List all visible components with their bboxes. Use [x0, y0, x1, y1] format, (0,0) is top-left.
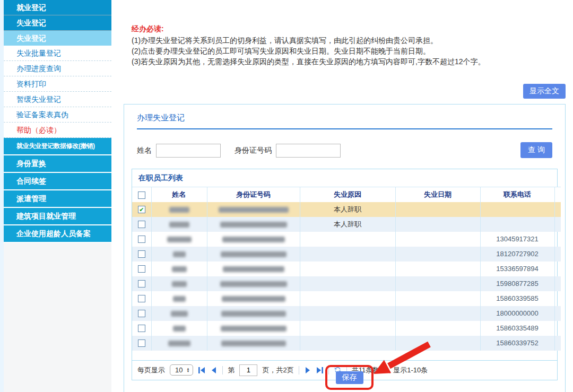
unemployment-date-cell — [395, 291, 480, 306]
unemployment-registration-panel: 办理失业登记 姓名 身份证号码 查 询 在职员工列表 姓名 身份证号码 失业原因… — [124, 104, 566, 392]
row-checkbox[interactable] — [138, 221, 145, 228]
first-page-icon[interactable] — [198, 367, 205, 374]
table-row[interactable]: 15860339585 — [132, 291, 561, 306]
table-row[interactable]: 15980877285 — [132, 276, 561, 291]
masked-name — [169, 207, 189, 213]
masked-id-number — [221, 326, 286, 332]
row-checkbox[interactable] — [138, 325, 145, 332]
notice: 经办必读: (1)办理失业登记将关系到员工的切身利益，请认真据实填写，由此引起的… — [132, 24, 556, 67]
row-checkbox[interactable] — [138, 236, 145, 243]
employee-name-cell — [151, 276, 207, 291]
app-root: 就业登记失业登记失业登记失业批量登记办理进度查询资料打印暂缓失业登记验证备案表真… — [0, 0, 573, 392]
unemployment-date-cell — [395, 202, 480, 217]
notice-line: (1)办理失业登记将关系到员工的切身利益，请认真据实填写，由此引起的纠纷由贵公司… — [132, 35, 556, 46]
sidebar: 就业登记失业登记失业登记失业批量登记办理进度查询资料打印暂缓失业登记验证备案表真… — [0, 0, 111, 392]
row-checkbox[interactable] — [138, 339, 145, 347]
sidebar-item[interactable]: 建筑项目就业管理 — [4, 208, 111, 225]
unemployment-date-cell — [395, 247, 480, 262]
phone-cell: 15860339585 — [480, 291, 554, 306]
row-checkbox[interactable] — [138, 250, 145, 258]
sidebar-item[interactable]: 就业失业登记数据修改(撤销) — [4, 138, 111, 155]
next-page-icon[interactable] — [304, 367, 311, 374]
prev-page-icon[interactable] — [210, 367, 218, 374]
sidebar-item[interactable]: 办理进度查询 — [4, 61, 111, 76]
table-row[interactable]: 15860335489 — [132, 321, 561, 336]
unemployment-date-cell — [395, 276, 480, 291]
sidebar-item[interactable]: 暂缓失业登记 — [4, 92, 111, 107]
row-checkbox[interactable] — [138, 280, 145, 288]
employee-id-cell — [207, 276, 300, 291]
table-row[interactable]: 15336597894 — [132, 262, 561, 276]
phone-cell: 15336597894 — [480, 262, 554, 276]
employee-id-cell — [207, 321, 300, 336]
sidebar-item[interactable]: 验证备案表真伪 — [4, 107, 111, 123]
unemployment-reason-cell — [300, 276, 395, 291]
unemployment-reason-cell — [300, 247, 395, 262]
unemployment-reason-cell — [300, 321, 395, 336]
sidebar-item[interactable]: 失业批量登记 — [4, 46, 111, 61]
masked-name — [173, 251, 186, 257]
employee-id-cell — [207, 262, 300, 276]
unemployment-date-cell — [395, 321, 480, 336]
phone-cell — [480, 217, 554, 232]
employee-name-cell — [151, 262, 207, 276]
col-header-phone: 联系电话 — [480, 187, 554, 202]
sidebar-item[interactable]: 资料打印 — [4, 76, 111, 92]
id-number-input[interactable] — [276, 144, 341, 158]
unemployment-date-cell — [395, 217, 480, 232]
unemployment-reason-cell — [300, 262, 395, 276]
name-input[interactable] — [156, 144, 221, 158]
table-row[interactable]: 18120727902 — [132, 247, 561, 262]
sidebar-item[interactable]: 就业登记 — [4, 0, 111, 15]
save-button[interactable]: 保存 — [336, 371, 363, 384]
row-checkbox[interactable] — [138, 295, 145, 302]
masked-id-number — [223, 266, 284, 272]
sidebar-item[interactable]: 企业使用超龄人员备案 — [4, 225, 111, 243]
sidebar-item[interactable]: 身份置换 — [4, 155, 111, 173]
title-underline — [137, 128, 552, 129]
table-header-row: 姓名 身份证号码 失业原因 失业日期 联系电话 — [132, 187, 561, 202]
masked-name — [167, 237, 192, 242]
query-button[interactable]: 查 询 — [520, 142, 552, 158]
row-checkbox[interactable] — [138, 265, 145, 273]
employee-id-cell — [207, 336, 300, 351]
sidebar-item[interactable]: 派遣管理 — [4, 190, 111, 208]
col-header-name: 姓名 — [151, 187, 207, 202]
employee-id-cell — [207, 291, 300, 306]
masked-id-number — [221, 311, 286, 317]
row-checkbox[interactable] — [138, 310, 145, 317]
sidebar-item[interactable]: 合同续签 — [4, 173, 111, 190]
unemployment-date-cell — [395, 306, 480, 321]
masked-id-number — [220, 281, 287, 287]
sidebar-item[interactable]: 帮助（必读） — [4, 123, 111, 138]
masked-id-number — [222, 237, 285, 242]
save-annotation-box: 保存 — [325, 365, 374, 390]
employee-name-cell — [151, 247, 207, 262]
table-row[interactable]: 18000000000 — [132, 306, 561, 321]
sidebar-item[interactable]: 失业登记 — [4, 31, 111, 46]
table-row[interactable]: 本人辞职 — [132, 217, 561, 232]
show-full-text-button[interactable]: 显示全文 — [523, 84, 566, 99]
unemployment-date-cell — [395, 232, 480, 247]
phone-cell — [480, 202, 554, 217]
divider — [222, 366, 223, 374]
unemployment-reason-cell — [300, 336, 395, 351]
select-all-checkbox[interactable] — [138, 191, 145, 199]
table-row[interactable]: ✔本人辞职 — [132, 202, 561, 217]
employee-id-cell — [207, 202, 300, 217]
masked-id-number — [221, 341, 286, 346]
table-row[interactable]: 15860339752 — [132, 336, 561, 351]
col-header-id: 身份证号码 — [207, 187, 300, 202]
last-page-icon[interactable] — [316, 367, 324, 374]
masked-name — [173, 326, 186, 332]
sidebar-item[interactable]: 失业登记 — [4, 15, 111, 31]
per-page-select[interactable]: 10 ▲▼ — [170, 364, 193, 376]
page-number-input[interactable] — [239, 364, 257, 376]
per-page-label: 每页显示 — [137, 365, 165, 375]
employee-name-cell — [151, 202, 207, 217]
table-row[interactable]: 13045917321 — [132, 232, 561, 247]
employee-id-cell — [207, 247, 300, 262]
employee-name-cell — [151, 291, 207, 306]
row-checkbox[interactable]: ✔ — [138, 206, 145, 213]
panel-title: 办理失业登记 — [137, 113, 552, 123]
